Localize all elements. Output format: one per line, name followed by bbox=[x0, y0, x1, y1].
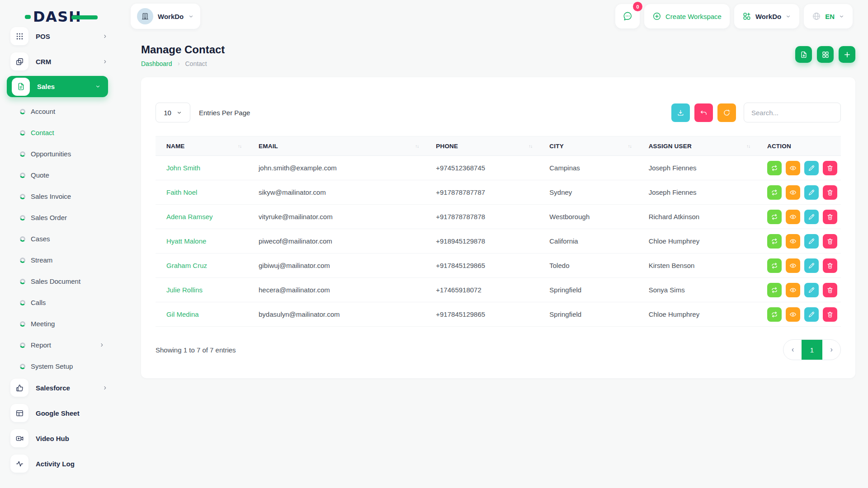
contact-name-link[interactable]: John Smith bbox=[166, 164, 200, 172]
convert-button[interactable] bbox=[767, 210, 782, 224]
contact-name-link[interactable]: Graham Cruz bbox=[166, 262, 207, 269]
language-selector[interactable]: EN bbox=[804, 4, 853, 28]
edit-button[interactable] bbox=[804, 307, 819, 322]
edit-button[interactable] bbox=[804, 234, 819, 249]
current-page-button[interactable]: 1 bbox=[802, 340, 822, 360]
workspace-menu-button[interactable]: WorkDo bbox=[734, 4, 799, 28]
edit-button[interactable] bbox=[804, 210, 819, 224]
delete-button[interactable] bbox=[823, 161, 837, 175]
chevron-down-icon bbox=[785, 14, 791, 19]
import-contacts-button[interactable] bbox=[795, 46, 812, 63]
chevron-down-icon bbox=[839, 14, 844, 19]
page-header: Manage Contact Dashboard Contact bbox=[141, 43, 855, 67]
sidebar-subitem[interactable]: Quote bbox=[0, 164, 128, 186]
entries-per-page-label: Entries Per Page bbox=[199, 109, 250, 117]
sidebar-item-label: Sales bbox=[37, 83, 55, 90]
contact-name-link[interactable]: Faith Noel bbox=[166, 188, 197, 196]
sidebar-subitem[interactable]: Cases bbox=[0, 228, 128, 249]
pos-grid-dots-icon bbox=[10, 27, 28, 45]
column-header[interactable]: ACTION ↑↓ bbox=[756, 136, 841, 156]
bullet-icon bbox=[20, 236, 25, 242]
convert-button[interactable] bbox=[767, 307, 782, 322]
sidebar-subitem[interactable]: Calls bbox=[0, 292, 128, 313]
column-header-label: ACTION bbox=[767, 143, 791, 150]
cell-actions bbox=[756, 278, 841, 302]
sidebar-subitem[interactable]: Sales Invoice bbox=[0, 186, 128, 207]
edit-button[interactable] bbox=[804, 161, 819, 175]
eye-icon bbox=[789, 189, 797, 196]
sidebar-item-salesforce[interactable]: Salesforce bbox=[10, 377, 108, 399]
view-button[interactable] bbox=[786, 258, 800, 273]
contact-name-link[interactable]: Hyatt Malone bbox=[166, 237, 206, 245]
grid-view-button[interactable] bbox=[817, 46, 834, 63]
view-button[interactable] bbox=[786, 210, 800, 224]
messages-button[interactable]: 0 bbox=[615, 4, 640, 28]
delete-button[interactable] bbox=[823, 307, 837, 322]
app-logo[interactable]: DASH bbox=[25, 7, 128, 26]
previous-page-button[interactable] bbox=[783, 340, 802, 360]
sales-file-icon bbox=[12, 78, 30, 96]
convert-button[interactable] bbox=[767, 161, 782, 175]
sidebar-subitem[interactable]: Report bbox=[0, 334, 128, 356]
column-header[interactable]: CITY ↑↓ bbox=[538, 136, 637, 156]
view-button[interactable] bbox=[786, 234, 800, 249]
sidebar-subitem[interactable]: Account bbox=[0, 101, 128, 122]
sidebar-item-pos[interactable]: POS bbox=[10, 26, 108, 47]
sidebar-subitem[interactable]: Sales Document bbox=[0, 271, 128, 292]
edit-button[interactable] bbox=[804, 258, 819, 273]
sidebar-item-video-hub[interactable]: Video Hub bbox=[10, 427, 108, 449]
add-contact-button[interactable] bbox=[839, 46, 855, 63]
cell-city: California bbox=[538, 229, 637, 253]
workspace-menu-label: WorkDo bbox=[755, 13, 781, 20]
cell-actions bbox=[756, 302, 841, 327]
create-workspace-button[interactable]: Create Workspace bbox=[644, 4, 730, 28]
next-page-button[interactable] bbox=[822, 340, 840, 360]
reset-button[interactable] bbox=[694, 103, 713, 122]
cell-phone: +917845129865 bbox=[425, 253, 538, 278]
view-button[interactable] bbox=[786, 185, 800, 200]
cell-phone: +917878787787 bbox=[425, 180, 538, 205]
view-button[interactable] bbox=[786, 161, 800, 175]
column-header[interactable]: NAME ↑↓ bbox=[156, 136, 248, 156]
contact-name-link[interactable]: Gil Medina bbox=[166, 310, 199, 318]
delete-button[interactable] bbox=[823, 185, 837, 200]
contact-name-link[interactable]: Julie Rollins bbox=[166, 286, 203, 294]
sidebar-item-sales-active[interactable]: Sales bbox=[7, 76, 108, 97]
sidebar-subitem[interactable]: Contact bbox=[0, 122, 128, 143]
convert-button[interactable] bbox=[767, 234, 782, 249]
convert-button[interactable] bbox=[767, 283, 782, 297]
pencil-icon bbox=[808, 213, 815, 221]
table-toolbar: 10 Entries Per Page bbox=[156, 103, 841, 122]
edit-button[interactable] bbox=[804, 283, 819, 297]
delete-button[interactable] bbox=[823, 210, 837, 224]
sidebar-subitem[interactable]: Stream bbox=[0, 249, 128, 271]
edit-button[interactable] bbox=[804, 185, 819, 200]
crm-copy-icon bbox=[10, 52, 28, 70]
column-header[interactable]: PHONE ↑↓ bbox=[425, 136, 538, 156]
view-button[interactable] bbox=[786, 283, 800, 297]
eye-icon bbox=[789, 286, 797, 294]
breadcrumb-dashboard-link[interactable]: Dashboard bbox=[141, 60, 172, 67]
delete-button[interactable] bbox=[823, 234, 837, 249]
column-header[interactable]: ASSIGN USER ↑↓ bbox=[638, 136, 756, 156]
reload-button[interactable] bbox=[717, 103, 736, 122]
delete-button[interactable] bbox=[823, 258, 837, 273]
delete-button[interactable] bbox=[823, 283, 837, 297]
sidebar-item-activity-log[interactable]: Activity Log bbox=[10, 453, 108, 474]
bullet-icon bbox=[20, 300, 25, 305]
column-header[interactable]: EMAIL ↑↓ bbox=[248, 136, 425, 156]
sidebar-subitem[interactable]: System Setup bbox=[0, 356, 128, 377]
workspace-selector[interactable]: WorkDo bbox=[131, 4, 200, 29]
contact-name-link[interactable]: Adena Ramsey bbox=[166, 213, 213, 221]
search-input[interactable] bbox=[744, 103, 841, 122]
export-button[interactable] bbox=[671, 103, 690, 122]
sidebar-subitem[interactable]: Sales Order bbox=[0, 207, 128, 228]
convert-button[interactable] bbox=[767, 185, 782, 200]
sidebar-item-google-sheet[interactable]: Google Sheet bbox=[10, 402, 108, 424]
sidebar-item-crm[interactable]: CRM bbox=[10, 51, 108, 72]
entries-per-page-select[interactable]: 10 bbox=[156, 103, 190, 122]
sidebar-subitem[interactable]: Opportunities bbox=[0, 143, 128, 164]
view-button[interactable] bbox=[786, 307, 800, 322]
convert-button[interactable] bbox=[767, 258, 782, 273]
sidebar-subitem[interactable]: Meeting bbox=[0, 313, 128, 334]
